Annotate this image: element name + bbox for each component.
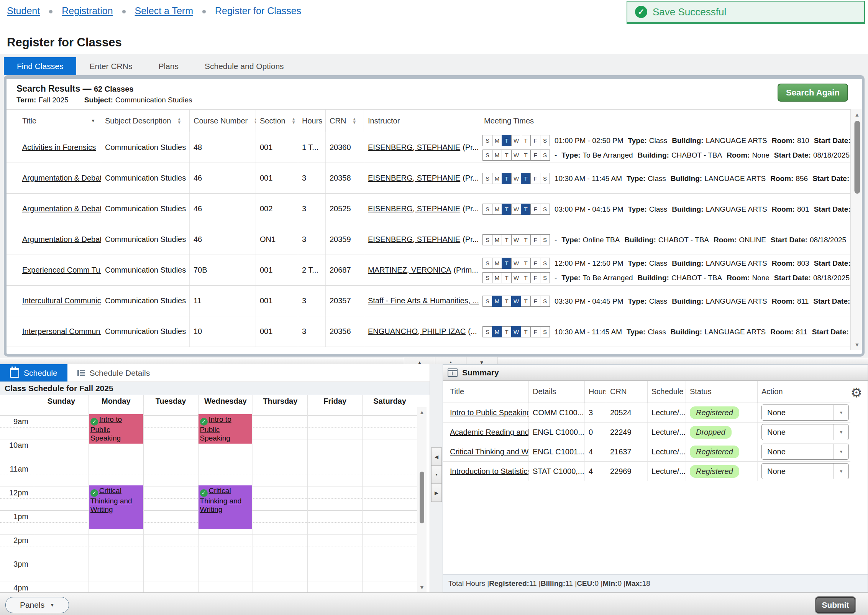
scroll-down-icon[interactable]: ▼ bbox=[851, 342, 862, 348]
table-row: Intercultural Communic...Communication S… bbox=[7, 286, 850, 316]
course-title-link: Argumentation & Debate bbox=[18, 224, 101, 255]
results-scrollbar[interactable]: ▲ ▼ bbox=[850, 109, 862, 350]
summary-row: Critical Thinking and Wr...ENGL C1001...… bbox=[443, 442, 850, 462]
results-scrollbar-thumb[interactable] bbox=[854, 121, 860, 194]
tab-enter-crns[interactable]: Enter CRNs bbox=[76, 57, 145, 75]
instructor-link[interactable]: EISENBERG, STEPHANIE bbox=[368, 204, 460, 213]
course-title-link[interactable]: Intercultural Communic... bbox=[22, 296, 101, 305]
day-inactive: F bbox=[530, 258, 540, 269]
course-title-link[interactable]: Argumentation & Debate bbox=[22, 204, 101, 213]
column-header-course-number[interactable]: Course Number▲▼ bbox=[189, 110, 256, 132]
chevron-down-icon[interactable]: ▼ bbox=[834, 405, 848, 420]
calendar-event[interactable]: ✓Critical Thinking and Writing bbox=[199, 485, 253, 529]
action-dropdown[interactable]: None▼ bbox=[761, 405, 849, 421]
day-inactive: F bbox=[530, 326, 540, 337]
course-title-link[interactable]: Activities in Forensics bbox=[22, 143, 96, 152]
breadcrumb-item-student[interactable]: Student bbox=[7, 5, 40, 16]
instructor-cell: EISENBERG, STEPHANIE(Pr... bbox=[364, 132, 480, 163]
action-dropdown[interactable]: None▼ bbox=[761, 424, 849, 440]
day-inactive: S bbox=[482, 272, 492, 283]
summary-course-link[interactable]: Intro to Public Speaking bbox=[450, 408, 528, 417]
calendar-event[interactable]: ✓Intro to Public Speaking bbox=[89, 414, 143, 444]
summary-course-link[interactable]: Critical Thinking and Wr... bbox=[450, 447, 528, 456]
gear-icon[interactable]: ⚙ bbox=[851, 386, 862, 399]
tab-schedule-and-options[interactable]: Schedule and Options bbox=[192, 57, 297, 75]
search-again-button[interactable]: Search Again bbox=[778, 84, 848, 102]
chevron-down-icon[interactable]: ▼ bbox=[834, 464, 848, 479]
expand-left-button[interactable]: ◀ bbox=[431, 447, 442, 466]
sort-toggle-icon[interactable]: ▲▼ bbox=[352, 117, 356, 124]
schedule-tab-schedule-details[interactable]: Schedule Details bbox=[67, 364, 160, 381]
status-badge: Registered bbox=[690, 406, 739, 419]
sort-descending-icon[interactable]: ▼ bbox=[91, 118, 95, 123]
day-inactive: S bbox=[482, 234, 492, 245]
meeting-value: Class bbox=[649, 205, 668, 214]
instructor-link[interactable]: EISENBERG, STEPHANIE bbox=[368, 174, 460, 183]
course-title-link[interactable]: Experienced Comm Tu... bbox=[22, 266, 101, 275]
scroll-down-icon[interactable]: ▼ bbox=[417, 584, 427, 590]
tab-plans[interactable]: Plans bbox=[145, 57, 192, 75]
column-header-section[interactable]: Section▲▼ bbox=[256, 110, 298, 132]
meeting-value: 856 bbox=[796, 174, 808, 183]
column-header-instructor[interactable]: Instructor bbox=[364, 110, 480, 132]
day-header-thursday: Thursday bbox=[253, 395, 307, 407]
vertical-splitter[interactable]: ◀ ● ▶ bbox=[430, 364, 443, 592]
meeting-label: Start Date: bbox=[814, 136, 850, 145]
scroll-up-icon[interactable]: ▲ bbox=[417, 409, 427, 415]
course-number-cell: 48 bbox=[189, 132, 256, 163]
instructor-link[interactable]: MARTINEZ, VERONICA bbox=[368, 266, 451, 275]
submit-button[interactable]: Submit bbox=[815, 597, 855, 613]
tab-find-classes[interactable]: Find Classes bbox=[4, 57, 76, 75]
column-header-hours[interactable]: Hours bbox=[298, 110, 325, 132]
action-dropdown[interactable]: None▼ bbox=[761, 463, 849, 479]
day-active: T bbox=[502, 204, 512, 215]
course-title-link: Experienced Comm Tu... bbox=[18, 255, 101, 285]
column-header-title[interactable]: Title▼ bbox=[18, 110, 101, 132]
instructor-link[interactable]: ENGUANCHO, PHILIP IZAC bbox=[368, 327, 466, 336]
instructor-link[interactable]: Staff - Fine Arts & Humanities, ... bbox=[368, 296, 479, 305]
meeting-label: Type: bbox=[561, 151, 580, 160]
course-title-link[interactable]: Argumentation & Debate bbox=[22, 174, 101, 183]
column-header-meeting-times[interactable]: Meeting Times bbox=[480, 110, 850, 132]
reset-split-button[interactable]: ● bbox=[431, 465, 442, 484]
schedule-panel: ScheduleSchedule Details Class Schedule … bbox=[0, 364, 430, 592]
summary-course-link[interactable]: Introduction to Statistics bbox=[450, 467, 528, 476]
column-label: Course Number bbox=[194, 117, 248, 125]
calendar-event[interactable]: ✓Intro to Public Speaking bbox=[199, 414, 253, 444]
action-dropdown[interactable]: None▼ bbox=[761, 444, 849, 460]
subject-cell: Communication Studies bbox=[101, 194, 189, 224]
meeting-time: 12:00 PM - 12:50 PM bbox=[555, 259, 624, 268]
course-title-link[interactable]: Interpersonal Commun... bbox=[22, 327, 101, 336]
sort-toggle-icon[interactable]: ▲▼ bbox=[177, 117, 181, 124]
column-header-subject-description[interactable]: Subject Description▲▼ bbox=[101, 110, 189, 132]
sort-toggle-icon[interactable]: ▲▼ bbox=[292, 117, 296, 124]
meeting-label: Building: bbox=[672, 259, 703, 268]
summary-cell: 3 bbox=[584, 403, 606, 422]
breadcrumb-item-select-a-term[interactable]: Select a Term bbox=[135, 5, 193, 16]
summary-course-link[interactable]: Academic Reading and ... bbox=[450, 428, 528, 437]
calendar-event[interactable]: ✓Critical Thinking and Writing bbox=[89, 485, 143, 529]
schedule-scrollbar-thumb[interactable] bbox=[420, 472, 424, 523]
schedule-tab-schedule[interactable]: Schedule bbox=[0, 364, 67, 381]
column-header-crn[interactable]: CRN▲▼ bbox=[325, 110, 364, 132]
search-results-title: Search Results — 62 Classes bbox=[16, 84, 133, 94]
day-inactive: S bbox=[540, 258, 550, 269]
day-active: T bbox=[521, 173, 531, 184]
chevron-down-icon[interactable]: ▼ bbox=[834, 444, 848, 459]
day-inactive: M bbox=[492, 258, 502, 269]
schedule-scrollbar[interactable]: ▲ ▼ bbox=[417, 407, 427, 592]
action-selected-value: None bbox=[762, 467, 834, 476]
meeting-days: SMTWTFS bbox=[483, 150, 550, 161]
breadcrumb-separator-dot bbox=[202, 10, 206, 13]
instructor-cell: EISENBERG, STEPHANIE(Pr... bbox=[364, 163, 480, 193]
scroll-up-icon[interactable]: ▲ bbox=[851, 112, 862, 118]
course-title-link[interactable]: Argumentation & Debate bbox=[22, 235, 101, 244]
expand-right-button[interactable]: ▶ bbox=[431, 483, 442, 502]
meeting-label: Type: bbox=[628, 297, 647, 306]
panels-button[interactable]: Panels▼ bbox=[5, 597, 69, 613]
instructor-link[interactable]: EISENBERG, STEPHANIE bbox=[368, 143, 460, 152]
chevron-down-icon[interactable]: ▼ bbox=[834, 424, 848, 440]
breadcrumb-item-registration[interactable]: Registration bbox=[62, 5, 113, 16]
half-hour-gridline bbox=[0, 546, 417, 546]
instructor-link[interactable]: EISENBERG, STEPHANIE bbox=[368, 235, 460, 244]
